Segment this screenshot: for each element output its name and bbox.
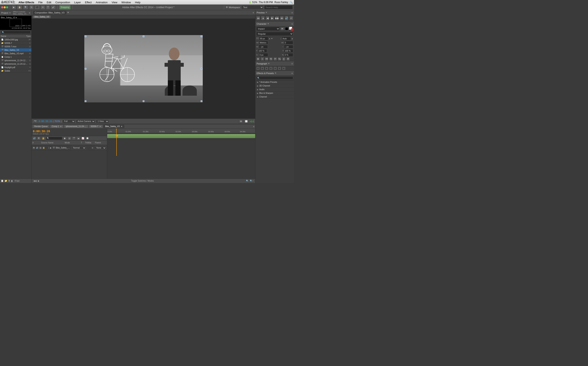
project-panel-close[interactable]: ✕ xyxy=(9,12,11,14)
search-icon[interactable]: 🔍 xyxy=(290,1,293,4)
search-help-input[interactable] xyxy=(264,5,293,9)
file-item-4[interactable]: 🎬 Bike_Safety_V3.mp4 M xyxy=(0,52,31,55)
new-comp-icon[interactable]: 📋 xyxy=(1,180,4,182)
caps-btn[interactable]: TT xyxy=(265,57,269,61)
timeline-tab-comp1[interactable]: Comp 1 ✕ xyxy=(50,125,64,128)
minimize-button[interactable] xyxy=(4,6,6,8)
layer-1-mode[interactable]: Normal Multiply Screen Add xyxy=(72,146,86,150)
preview-last[interactable]: ⏭ xyxy=(280,16,284,20)
character-panel-menu[interactable]: ≡ xyxy=(292,23,293,25)
justify-last-center-btn[interactable]: ≡ xyxy=(273,67,277,70)
delete-icon[interactable]: 🗑 xyxy=(11,180,13,182)
project-search-input[interactable] xyxy=(1,30,31,34)
preview-loop[interactable]: ↩ xyxy=(289,16,293,20)
close-button[interactable] xyxy=(1,6,3,8)
preview-play-audio[interactable]: ▶▶ xyxy=(275,16,279,20)
effects-item-1[interactable]: ▶ 3D Channel xyxy=(255,84,294,88)
font-style-select[interactable]: Regular Bold Italic Bold Italic xyxy=(256,32,293,36)
preview-panel-menu[interactable]: ≡ xyxy=(292,11,293,14)
menu-layer[interactable]: Layer xyxy=(72,1,83,4)
timeline-tab-iphonemovie[interactable]: iphonemovie_11-24-12_rough ✕ xyxy=(64,125,88,128)
zoom-tool[interactable]: 🔍 xyxy=(23,5,28,10)
maximize-button[interactable] xyxy=(6,6,8,8)
tl-solo-btn[interactable]: 🔊 xyxy=(32,137,36,140)
file-item-7[interactable]: 🎬 iphonemovie_11-24-12_rough.mov Q xyxy=(0,62,31,66)
brush-tool[interactable]: 🖌 xyxy=(51,5,56,10)
comp-panel-close[interactable]: ✕ xyxy=(67,11,69,14)
timeline-tab-92006[interactable]: 92006-7 ✕ xyxy=(89,125,103,128)
preview-volume[interactable]: 🔊 xyxy=(285,16,288,20)
leading-up[interactable]: ▲ xyxy=(291,38,293,40)
tab-close-bikesafety[interactable]: ✕ xyxy=(121,125,123,128)
layer-1-name[interactable]: Bike_Safety_V3.mp4 xyxy=(56,147,71,149)
h-scale-input[interactable] xyxy=(284,45,293,49)
layer-1-parent[interactable]: None xyxy=(95,146,106,150)
effects-close[interactable]: ✕ xyxy=(275,72,276,75)
preview-play[interactable]: ▶ xyxy=(270,16,274,20)
exposure-value[interactable]: +0.0 xyxy=(249,120,254,123)
baseline-input[interactable] xyxy=(259,53,268,57)
paragraph-close[interactable]: ✕ xyxy=(268,62,270,65)
track-bar-1[interactable] xyxy=(107,134,255,138)
justify-all-btn[interactable]: ≡ xyxy=(282,67,286,70)
super-btn[interactable]: T² xyxy=(273,57,277,61)
layer-1-video[interactable]: 👁 xyxy=(32,146,35,149)
align-center-btn[interactable]: ≡ xyxy=(261,67,264,70)
app-menu-after-effects[interactable]: After Effects xyxy=(17,1,36,4)
small-caps-btn[interactable]: Tt xyxy=(269,57,273,61)
tl-comp-btn[interactable]: 🎬 xyxy=(72,137,76,140)
file-item-5[interactable]: 📋 Comp 1 C xyxy=(0,55,31,59)
timeline-playhead-ruler[interactable] xyxy=(116,129,116,133)
timeline-playhead[interactable] xyxy=(116,133,117,156)
apple-menu[interactable]: &#63743; xyxy=(1,0,15,4)
pen-tool[interactable]: ✏ xyxy=(41,5,45,10)
tab-close-comp1[interactable]: ✕ xyxy=(60,125,62,128)
justify-last-left-btn[interactable]: ≡ xyxy=(269,67,273,70)
tracking-input[interactable] xyxy=(284,41,293,45)
timeline-zoom-in[interactable]: 🔍+ xyxy=(250,180,254,182)
layer-1-solo[interactable]: ◎ xyxy=(39,146,42,149)
menu-composition[interactable]: Composition xyxy=(54,1,72,4)
size-down-arrow[interactable]: ▼ xyxy=(271,38,273,40)
sel-handle-br[interactable] xyxy=(201,100,202,102)
strikethrough-btn[interactable]: T̶ xyxy=(286,57,290,61)
file-item-2[interactable]: 🎬 92006-7.mov Q xyxy=(0,45,31,48)
select-tool[interactable]: ▶ xyxy=(12,5,16,10)
hand-tool[interactable]: ✋ xyxy=(17,5,22,10)
tab-close-92006[interactable]: ✕ xyxy=(100,125,101,128)
workspace-select[interactable]: Text Default Motion Tracking xyxy=(241,5,263,9)
grid-btn[interactable]: ⊞ xyxy=(239,120,243,123)
menu-help[interactable]: Help xyxy=(133,1,142,4)
views-select[interactable]: 1 View 2 Views 4 Views xyxy=(96,120,109,123)
preview-close[interactable]: ✕ xyxy=(265,11,267,14)
size-up-arrow[interactable]: ▲ xyxy=(269,38,271,40)
comp-breadcrumb-tab[interactable]: Bike_Safety_V3 xyxy=(33,15,51,18)
sel-handle-mr[interactable] xyxy=(201,68,202,69)
camera-select[interactable]: Active Camera xyxy=(76,120,95,123)
timeline-search-input[interactable] xyxy=(46,137,62,140)
import-icon[interactable]: ⬇ xyxy=(8,180,10,182)
align-left-btn[interactable]: ≡ xyxy=(256,67,260,70)
layer-1-audio[interactable]: 🔊 xyxy=(36,146,39,149)
tl-video-btn[interactable]: 👁 xyxy=(37,137,41,140)
file-item-8[interactable]: 📄 Keylight.pdf V xyxy=(0,66,31,69)
comp-tab[interactable]: Composition: Bike_Safety_V3 xyxy=(33,11,66,15)
justify-last-right-btn[interactable]: ≡ xyxy=(278,67,281,70)
set-font-btn[interactable]: ✏ xyxy=(280,27,284,30)
text-tool[interactable]: T xyxy=(46,5,50,10)
tl-motion-btn[interactable]: ☁ xyxy=(77,137,80,140)
tl-render-btn[interactable]: ▶ xyxy=(63,137,67,140)
transparency-btn[interactable]: ⬜ xyxy=(244,120,249,123)
timeline-panel-menu[interactable]: ≡ xyxy=(253,125,254,128)
v-scale-input[interactable] xyxy=(259,45,268,49)
menu-effect[interactable]: Effect xyxy=(83,1,93,4)
effects-search-input[interactable] xyxy=(256,76,293,80)
sel-handle-tr[interactable] xyxy=(201,36,202,37)
tl-graph-btn[interactable]: 📈 xyxy=(81,137,85,140)
tl-expand-btn[interactable]: ◎ xyxy=(68,137,71,140)
sel-handle-tc[interactable] xyxy=(143,36,144,37)
effects-panel-menu[interactable]: ≡ xyxy=(292,72,293,75)
file-item-9[interactable]: 📁 Solids Fo xyxy=(0,69,31,73)
layer-1-expand[interactable]: ▶ xyxy=(50,147,52,149)
italic-btn[interactable]: I xyxy=(261,57,264,61)
